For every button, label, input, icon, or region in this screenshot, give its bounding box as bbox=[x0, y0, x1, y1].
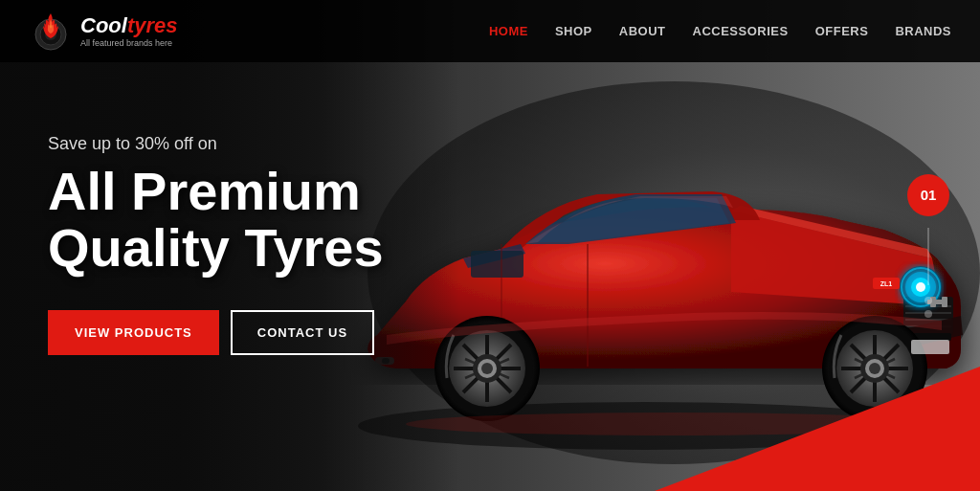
slide-line bbox=[927, 228, 929, 285]
navbar: Cooltyres All featured brands here HOME … bbox=[0, 0, 980, 62]
nav-offers[interactable]: OFFERS bbox=[815, 24, 869, 38]
slide-dot-1 bbox=[924, 297, 932, 304]
logo-tyres: tyres bbox=[127, 13, 178, 37]
hero-subtitle: Save up to 30% off on bbox=[48, 134, 384, 154]
hero-content: Save up to 30% off on All Premium Qualit… bbox=[48, 134, 384, 355]
logo-area: Cooltyres All featured brands here bbox=[29, 10, 177, 54]
slide-number: 01 bbox=[907, 174, 949, 216]
nav-brands[interactable]: BRANDS bbox=[895, 24, 951, 38]
svg-rect-10 bbox=[913, 333, 951, 341]
logo-icon bbox=[29, 10, 73, 54]
hero-buttons: VIEW PRODUCTS CONTACT US bbox=[48, 310, 384, 355]
svg-text:ZL1: ZL1 bbox=[880, 280, 893, 287]
hero-title-line2: Quality Tyres bbox=[48, 217, 384, 278]
hero-title: All Premium Quality Tyres bbox=[48, 164, 384, 277]
nav-shop[interactable]: SHOP bbox=[555, 24, 592, 38]
slide-indicator: 01 bbox=[907, 174, 949, 318]
bottom-triangle-decoration bbox=[655, 367, 980, 491]
nav-links: HOME SHOP ABOUT ACCESSORIES OFFERS BRAND… bbox=[489, 24, 951, 38]
slide-dot-2 bbox=[924, 310, 932, 318]
svg-rect-45 bbox=[911, 340, 949, 354]
logo-text-group: Cooltyres All featured brands here bbox=[80, 15, 177, 48]
svg-point-44 bbox=[481, 363, 493, 374]
hero-section: ZL1 bbox=[0, 0, 980, 491]
nav-home[interactable]: HOME bbox=[489, 24, 528, 38]
logo-name: Cooltyres bbox=[80, 15, 177, 36]
nav-about[interactable]: ABOUT bbox=[619, 24, 666, 38]
svg-rect-2 bbox=[471, 251, 523, 278]
slide-dots bbox=[924, 297, 932, 318]
nav-accessories[interactable]: ACCESSORIES bbox=[693, 24, 789, 38]
hero-title-line1: All Premium bbox=[48, 161, 361, 221]
logo-tagline: All featured brands here bbox=[80, 38, 177, 48]
view-products-button[interactable]: VIEW PRODUCTS bbox=[48, 310, 219, 355]
logo-cool: Cool bbox=[80, 13, 127, 37]
contact-us-button[interactable]: CONTACT US bbox=[231, 310, 374, 355]
